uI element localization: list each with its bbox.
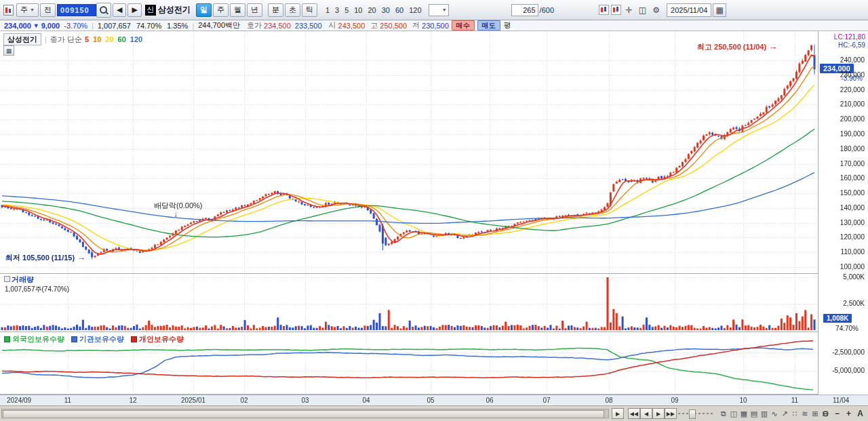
chart-scrollbar[interactable] bbox=[1, 409, 609, 418]
period-button-년[interactable]: 년 bbox=[247, 3, 262, 17]
interval-button-60[interactable]: 60 bbox=[393, 6, 406, 14]
down-arrow-icon: ▼ bbox=[33, 22, 39, 29]
bar-count-input[interactable]: 265 bbox=[511, 4, 538, 16]
crosshair-icon[interactable]: ✛ bbox=[623, 4, 635, 16]
interval-button-5[interactable]: 5 bbox=[342, 6, 351, 14]
period-button-월[interactable]: 월 bbox=[230, 3, 245, 17]
interval-button-20[interactable]: 20 bbox=[366, 6, 379, 14]
interval-button-120[interactable]: 120 bbox=[406, 6, 424, 14]
price-chart-canvas[interactable] bbox=[0, 31, 819, 395]
list-icon[interactable]: ▤ bbox=[749, 408, 759, 419]
play-button[interactable]: ▶ bbox=[612, 408, 624, 419]
nav-button-0[interactable]: ◀◀ bbox=[628, 408, 640, 419]
fibonacci-icon[interactable]: ≋ bbox=[800, 408, 810, 419]
price-axis-label: 200,000 bbox=[840, 115, 865, 123]
holdings-axis-label: -2,500,000 bbox=[832, 348, 865, 357]
compare-icon[interactable]: ⧉ bbox=[719, 408, 728, 419]
period-button-주[interactable]: 주 bbox=[213, 3, 229, 17]
search-icon bbox=[100, 6, 107, 14]
chart-area[interactable]: 삼성전기 | 종가 단순 5102060120 ▦ 최고 250,500 (11… bbox=[0, 31, 868, 405]
step-right-button[interactable]: ▶ bbox=[127, 3, 141, 17]
unit-button-group: 분초틱 bbox=[268, 3, 319, 17]
price-axis-label: 140,000 bbox=[840, 204, 865, 212]
time-axis-end-label: 11/04 bbox=[833, 397, 849, 404]
chart-style-icon[interactable] bbox=[611, 5, 621, 15]
calendar-icon[interactable]: ▦ bbox=[713, 3, 726, 17]
sell-button[interactable]: 매도 bbox=[477, 20, 500, 31]
date-input[interactable]: 2025/11/04 bbox=[667, 3, 711, 17]
interval-button-1[interactable]: 1 bbox=[323, 6, 332, 14]
unit-button-초[interactable]: 초 bbox=[285, 3, 300, 17]
hoga-label: 호가 bbox=[247, 20, 262, 31]
grid-icon[interactable]: ▦ bbox=[739, 408, 749, 419]
chart-tool-icons: ⧉◫▦▤▥∿↗∷≋⊞⊡ bbox=[719, 408, 831, 419]
bars-icon[interactable]: ▥ bbox=[760, 408, 769, 419]
zoom-in-button[interactable]: + bbox=[844, 408, 854, 419]
time-axis-label: 05 bbox=[427, 397, 434, 404]
price-axis-label: 220,000 bbox=[840, 86, 865, 94]
magnifier-icon[interactable]: ⊖ bbox=[821, 408, 831, 419]
period-type-combo[interactable]: 주▼ bbox=[16, 3, 39, 17]
low-price: 230,500 bbox=[422, 22, 449, 30]
prev-stock-button[interactable]: 전 bbox=[40, 3, 56, 17]
stock-code-input[interactable] bbox=[57, 4, 96, 16]
bid-price: 233,500 bbox=[295, 22, 322, 30]
time-axis-label: 12 bbox=[129, 397, 136, 404]
scrollbar-thumb[interactable] bbox=[3, 410, 604, 418]
trendline-icon[interactable]: ↗ bbox=[780, 408, 789, 419]
price-axis-label: 230,000 bbox=[840, 71, 865, 79]
volume-badge: 1,008K bbox=[823, 314, 852, 323]
period-button-group: 일주월년 bbox=[196, 3, 264, 17]
chevron-down-icon: ▼ bbox=[442, 7, 447, 12]
split-panel-icon[interactable]: ◫ bbox=[729, 408, 738, 419]
period-button-일[interactable]: 일 bbox=[196, 3, 212, 17]
panel-layout-icon[interactable]: ◫ bbox=[637, 4, 648, 16]
add-panel-icon[interactable]: ⊞ bbox=[810, 408, 820, 419]
interval-dropdown[interactable]: ▼ bbox=[429, 4, 449, 16]
price-axis-label: 210,000 bbox=[840, 100, 865, 108]
price-axis-label: 190,000 bbox=[840, 130, 865, 138]
lc-value: LC:121,80 bbox=[834, 33, 865, 41]
interval-button-3[interactable]: 3 bbox=[332, 6, 342, 14]
volume-badge-percent: 74.70% bbox=[835, 325, 859, 332]
buy-button[interactable]: 매수 bbox=[452, 20, 475, 31]
turnover-rate: 1.35% bbox=[167, 22, 188, 30]
current-price: 234,000 bbox=[4, 22, 31, 30]
time-axis-label: 04 bbox=[362, 397, 370, 404]
zoom-slider-thumb[interactable] bbox=[689, 409, 696, 419]
price-axis-label: 120,000 bbox=[840, 233, 865, 241]
nav-button-3[interactable]: ▶▶ bbox=[665, 408, 677, 419]
price-axis: LC:121,80 HC:-6,59 234,000 -3.90% 1,008K… bbox=[819, 31, 868, 395]
bar-count-total: /600 bbox=[540, 6, 554, 14]
zoom-slider-track[interactable] bbox=[678, 413, 715, 414]
time-axis-label: 07 bbox=[542, 397, 550, 404]
step-left-button[interactable]: ◀ bbox=[113, 3, 126, 17]
unit-button-틱[interactable]: 틱 bbox=[302, 3, 317, 17]
price-axis-label: 180,000 bbox=[840, 145, 865, 153]
time-axis-label: 03 bbox=[301, 397, 309, 404]
low-label: 저 bbox=[412, 20, 420, 31]
interval-button-10[interactable]: 10 bbox=[351, 6, 365, 14]
price-axis-label: 100,000 bbox=[840, 263, 865, 271]
gear-icon[interactable]: ⚙ bbox=[650, 4, 662, 16]
time-axis-label: 02 bbox=[240, 397, 248, 404]
font-size-button[interactable]: A bbox=[855, 408, 865, 419]
candle-style-icon[interactable] bbox=[599, 5, 609, 15]
interval-button-group: 13510203060120 bbox=[323, 6, 425, 14]
search-button[interactable] bbox=[96, 3, 111, 18]
zoom-out-button[interactable]: − bbox=[832, 408, 842, 419]
time-axis: 11/04 2024/0911122025/010203040506070809… bbox=[0, 395, 868, 406]
high-price: 250,500 bbox=[380, 22, 407, 30]
unit-button-분[interactable]: 분 bbox=[268, 3, 283, 17]
volume-value: 1,007,657 bbox=[98, 22, 131, 30]
nav-button-2[interactable]: ▶ bbox=[652, 408, 665, 419]
price-axis-label: 170,000 bbox=[840, 160, 865, 168]
chevron-down-icon: ▼ bbox=[30, 7, 35, 12]
wave-icon[interactable]: ∿ bbox=[770, 408, 779, 419]
price-axis-label: 150,000 bbox=[840, 189, 865, 197]
interval-button-30[interactable]: 30 bbox=[379, 6, 393, 14]
time-axis-label: 06 bbox=[486, 397, 493, 404]
stock-name-label: 삼성전기 bbox=[158, 4, 191, 16]
pattern-icon[interactable]: ∷ bbox=[790, 408, 800, 419]
nav-button-1[interactable]: ◀ bbox=[640, 408, 652, 419]
